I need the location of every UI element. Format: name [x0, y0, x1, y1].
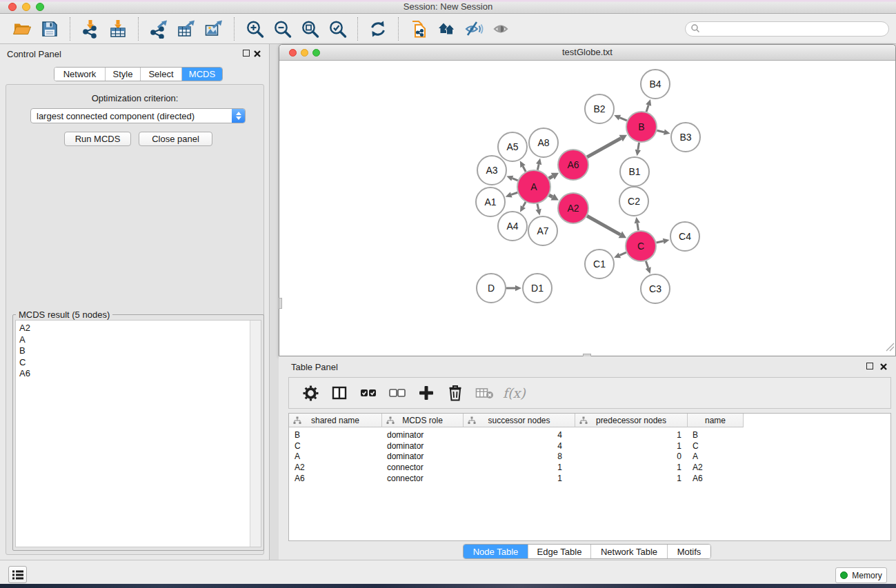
toolbar-separator	[70, 17, 70, 41]
graph-node-C3[interactable]: C3	[641, 274, 670, 303]
memory-button[interactable]: Memory	[835, 567, 887, 583]
new-network-from-selection-icon[interactable]	[408, 19, 429, 39]
table-row[interactable]: Cdominator41C	[289, 441, 890, 452]
mcds-result-item[interactable]: A	[19, 334, 249, 346]
table-row[interactable]: Adominator80A	[289, 452, 890, 463]
show-columns-icon[interactable]	[329, 383, 350, 403]
refresh-view-icon[interactable]	[368, 19, 388, 39]
graph-node-B1[interactable]: B1	[620, 157, 649, 186]
graph-node-A1[interactable]: A1	[476, 187, 505, 216]
task-history-button[interactable]	[8, 566, 27, 583]
tab-network[interactable]: Network	[54, 68, 105, 81]
graph-edge-A-A5[interactable]	[523, 166, 526, 172]
tab-mcds[interactable]: MCDS	[181, 68, 222, 81]
float-panel-icon[interactable]	[243, 50, 250, 57]
graph-node-A2[interactable]: A2	[558, 193, 588, 223]
graph-edge-C-C4[interactable]	[656, 241, 663, 243]
run-mcds-button[interactable]: Run MCDS	[64, 132, 131, 146]
graph-edge-C-C2[interactable]	[637, 223, 639, 231]
graph-edge-A-A6[interactable]	[549, 176, 553, 179]
graph-edge-A2-C[interactable]	[587, 216, 620, 234]
zoom-out-icon[interactable]	[272, 19, 292, 39]
table-tab-network-table[interactable]: Network Table	[590, 545, 667, 558]
graph-node-C2[interactable]: C2	[619, 187, 648, 216]
table-settings-gear-icon[interactable]	[300, 383, 321, 403]
network-canvas[interactable]: B4B2BB3A5A8A6B1A3AA1C2A2A4A7C4CC1C3DD1	[279, 61, 895, 354]
graph-node-B4[interactable]: B4	[641, 70, 670, 99]
graph-node-C[interactable]: C	[626, 231, 656, 261]
column-header-successor-nodes[interactable]: successor nodes	[463, 414, 575, 427]
graph-edge-B-B4[interactable]	[646, 105, 648, 112]
graph-node-A6[interactable]: A6	[558, 150, 588, 180]
graph-edge-A-A7[interactable]	[537, 203, 539, 209]
import-table-icon[interactable]	[108, 19, 128, 39]
float-table-panel-icon[interactable]	[866, 363, 873, 369]
graph-node-D[interactable]: D	[477, 274, 506, 303]
graph-edge-B-B2[interactable]	[619, 118, 626, 121]
column-header-MCDS-role[interactable]: MCDS role	[381, 414, 463, 427]
graph-edge-C-C3[interactable]	[646, 261, 648, 268]
mcds-result-item[interactable]: C	[19, 357, 249, 369]
graph-node-C4[interactable]: C4	[670, 222, 699, 251]
mcds-result-item[interactable]: A6	[19, 368, 249, 380]
mcds-result-item[interactable]: B	[19, 345, 249, 357]
zoom-fit-icon[interactable]	[299, 19, 320, 39]
mcds-result-item[interactable]: A2	[19, 323, 249, 334]
graph-node-A8[interactable]: A8	[529, 128, 558, 157]
table-tab-edge-table[interactable]: Edge Table	[528, 545, 590, 558]
graph-edge-A-A4[interactable]	[523, 202, 526, 207]
export-image-icon[interactable]	[203, 19, 224, 39]
deselect-all-rows-icon[interactable]	[387, 383, 408, 403]
graph-edge-A-A3[interactable]	[512, 179, 518, 181]
select-all-rows-icon[interactable]	[358, 383, 379, 403]
zoom-selected-icon[interactable]	[327, 19, 348, 39]
graph-edge-A-A8[interactable]	[537, 164, 539, 170]
search-input[interactable]	[703, 24, 888, 34]
close-table-panel-icon[interactable]	[879, 363, 888, 371]
graph-node-A7[interactable]: A7	[528, 216, 557, 245]
graph-node-B[interactable]: B	[626, 112, 657, 142]
graph-node-B3[interactable]: B3	[671, 123, 700, 152]
mcds-list-scrollbar[interactable]	[250, 321, 261, 547]
graph-node-A5[interactable]: A5	[498, 132, 527, 161]
apply-layout-home-icon[interactable]	[436, 19, 457, 39]
column-header-shared-name[interactable]: shared name	[289, 414, 381, 427]
graph-node-C1[interactable]: C1	[585, 250, 614, 278]
show-graphics-details-icon[interactable]	[491, 19, 512, 39]
tab-select[interactable]: Select	[140, 68, 181, 81]
open-file-icon[interactable]	[12, 19, 32, 39]
hide-graphics-details-icon[interactable]	[464, 19, 484, 39]
close-panel-button[interactable]: Close panel	[139, 132, 212, 146]
zoom-in-icon[interactable]	[244, 19, 265, 39]
column-header-predecessor-nodes[interactable]: predecessor nodes	[575, 414, 687, 427]
table-tab-motifs[interactable]: Motifs	[667, 545, 710, 558]
graph-node-A[interactable]: A	[517, 170, 550, 203]
graph-node-A3[interactable]: A3	[477, 156, 506, 185]
graph-edge-A6-B[interactable]	[587, 139, 621, 157]
export-network-icon[interactable]	[148, 19, 169, 39]
save-session-icon[interactable]	[39, 19, 60, 39]
graph-edge-C-C1[interactable]	[619, 252, 626, 255]
graph-node-D1[interactable]: D1	[523, 274, 552, 303]
optimization-criterion-select[interactable]: largest connected component (directed)	[30, 108, 246, 123]
export-table-icon[interactable]	[176, 19, 197, 39]
delete-row-icon[interactable]	[445, 383, 466, 403]
tab-style[interactable]: Style	[105, 68, 140, 81]
graph-node-A4[interactable]: A4	[498, 212, 527, 241]
graph-edge-A-A1[interactable]	[511, 192, 517, 194]
table-row[interactable]: A2connector11A2	[289, 463, 890, 474]
add-row-icon[interactable]	[416, 383, 437, 403]
table-row[interactable]: Bdominator41B	[289, 430, 890, 441]
window-resize-grip[interactable]	[886, 343, 895, 354]
column-header-name[interactable]: name	[687, 414, 743, 427]
table-tab-node-table[interactable]: Node Table	[464, 545, 528, 558]
search-box[interactable]	[685, 21, 889, 37]
table-row[interactable]: A6connector11A6	[289, 474, 890, 485]
splitter-grip[interactable]	[279, 298, 282, 309]
graph-edge-A-A2[interactable]	[549, 195, 552, 197]
graph-node-B2[interactable]: B2	[585, 94, 614, 123]
graph-edge-B-B1[interactable]	[638, 143, 639, 150]
graph-edge-B-B3[interactable]	[657, 130, 664, 132]
close-panel-icon[interactable]	[253, 50, 261, 58]
import-network-icon[interactable]	[80, 19, 101, 39]
